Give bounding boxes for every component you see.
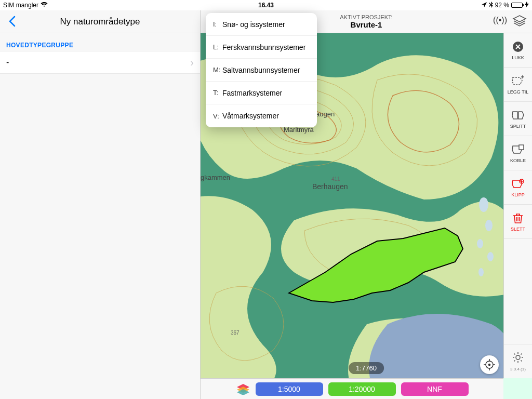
popover-item-I[interactable]: I: Snø- og issystemer [206,13,317,36]
place-gkammen: gkammen [201,174,230,181]
tool-klipp-label: KLIPP [511,192,525,197]
place-berhaugen: Berhaugen [312,182,348,191]
status-bar: SIM mangler 16.43 92 % [0,0,532,10]
scale-5000-button[interactable]: 1:5000 [256,382,323,396]
battery-pct: 92 % [495,2,509,9]
tool-slett-label: SLETT [511,227,525,232]
popover-item-V[interactable]: V: Våtmarksystemer [206,104,317,127]
locate-button[interactable] [480,355,499,374]
polygon-merge-icon [511,143,525,156]
left-header: Ny naturområdetype [0,10,200,33]
project-name: Bvrute-1 [340,20,392,29]
layers-icon[interactable] [512,15,527,30]
type-popover: I: Snø- og issystemer L: Ferskvannsbunns… [206,13,317,127]
wifi-icon [41,2,48,9]
current-scale-text: 1:7760 [356,364,377,372]
tool-settings[interactable]: 3.0.4 (1) [504,344,532,378]
svg-point-3 [477,239,483,248]
gear-icon [512,351,524,366]
chevron-right-icon: › [190,57,194,69]
tool-koble-label: KOBLE [510,158,526,163]
tool-slett[interactable]: SLETT [504,205,532,239]
charging-icon [525,2,529,9]
back-button[interactable] [4,14,20,29]
popover-item-T[interactable]: T: Fastmarksystemer [206,82,317,104]
tool-splitt[interactable]: SPLITT [504,102,532,136]
svg-point-1 [479,197,488,212]
clock: 16.43 [177,2,355,9]
place-berhaugen-h: 411 [331,176,340,182]
group-row[interactable]: - › [0,51,200,74]
tool-koble[interactable]: KOBLE [504,136,532,170]
tool-lukk-label: LUKK [512,55,524,60]
popover-item-L[interactable]: L: Ferskvannsbunnsystemer [206,36,317,59]
version-label: 3.0.4 (1) [510,367,526,371]
project-label: AKTIVT PROSJEKT: [340,14,392,20]
group-value: - [6,58,9,67]
polygon-clip-icon [511,177,525,191]
tool-lukk[interactable]: LUKK [504,33,532,68]
popover-item-M[interactable]: M: Saltvannsbunnsystemer [206,59,317,82]
layers-toggle-icon[interactable] [236,383,250,395]
svg-point-7 [489,364,490,366]
tool-leggtil-label: LEGG TIL [508,89,528,95]
close-icon [511,40,525,54]
svg-point-11 [516,355,520,360]
place-367: 367 [231,330,240,336]
svg-point-4 [487,252,494,261]
nnf-button[interactable]: NNF [401,382,469,396]
svg-point-2 [485,220,493,231]
polygon-add-icon [511,74,525,88]
group-label: HOVEDTYPEGRUPPE [0,33,200,51]
location-services-icon [482,2,487,9]
current-scale-pill: 1:7760 [349,362,384,374]
broadcast-icon[interactable]: ((•)) [493,16,507,25]
tool-column: LUKK LEGG TIL SPLITT KOBLE KLIPP [503,33,532,378]
left-title: Ny naturområdetype [60,17,140,27]
place-augen: augen [316,110,335,118]
svg-point-5 [478,268,484,276]
carrier-text: SIM mangler [3,2,38,9]
bluetooth-icon [489,2,493,9]
trash-icon [511,211,525,225]
bottom-bar: 1:5000 1:20000 NNF [201,378,503,399]
left-panel: Ny naturområdetype HOVEDTYPEGRUPPE - › [0,10,201,399]
battery-icon [511,3,523,8]
tool-leggtil[interactable]: LEGG TIL [504,68,532,102]
scale-20000-button[interactable]: 1:20000 [328,382,396,396]
tool-klipp[interactable]: KLIPP [504,170,532,205]
svg-rect-9 [519,145,524,150]
tool-splitt-label: SPLITT [510,124,526,129]
polygon-split-icon [511,109,525,122]
